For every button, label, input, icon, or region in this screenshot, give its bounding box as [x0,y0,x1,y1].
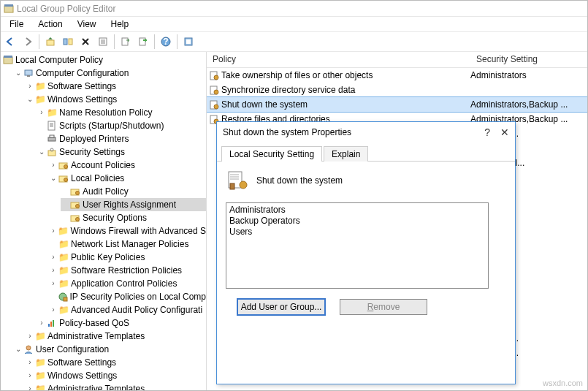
list-item[interactable]: Users [229,227,485,238]
tree-advanced-audit[interactable]: ›📁Advanced Audit Policy Configurati [49,303,206,316]
table-row[interactable]: Synchronize directory service data [207,83,587,97]
collapse-icon[interactable]: ⌄ [37,145,46,159]
tree-software-restriction[interactable]: ›📁Software Restriction Policies [49,264,206,277]
tree-user-software[interactable]: ›📁Software Settings [26,356,206,369]
tree-ip-security[interactable]: IP Security Policies on Local Comp [49,290,206,303]
expand-icon[interactable]: › [26,356,34,369]
expand-icon[interactable]: › [49,303,58,316]
policy-icon [2,54,14,66]
tree-admin-templates[interactable]: ›📁Administrative Templates [26,330,206,343]
policy-name: Take ownership of files or other objects [221,70,470,80]
tree-audit-policy[interactable]: Audit Policy [61,185,206,198]
folder-icon: 📁 [58,304,69,316]
tree-local-policies[interactable]: ⌄Local Policies [49,172,206,185]
script-icon [46,120,58,132]
expand-icon[interactable]: › [49,224,58,238]
add-user-button[interactable]: Add User or Group... [237,299,325,315]
settings-button[interactable] [180,34,196,50]
svg-point-43 [214,90,218,94]
collapse-icon[interactable]: ⌄ [49,172,58,185]
list-item[interactable]: Backup Operators [229,216,485,227]
tree-account-policies[interactable]: ›Account Policies [49,159,206,172]
policy-item-icon [207,85,221,95]
col-setting[interactable]: Security Setting [470,52,587,67]
forward-button[interactable] [20,34,36,50]
collapse-icon[interactable]: ⌄ [14,343,23,356]
tab-explain[interactable]: Explain [324,146,368,162]
expand-icon[interactable]: › [26,330,34,343]
collapse-icon[interactable]: ⌄ [14,67,23,80]
help-button[interactable]: ? [158,34,174,50]
folder-icon: 📁 [46,107,58,118]
up-button[interactable] [42,34,58,50]
col-policy[interactable]: Policy [207,52,470,67]
tree-user-admin-templates[interactable]: ›📁Administrative Templates [26,382,206,390]
expand-icon[interactable]: › [49,159,58,172]
user-icon [23,343,34,355]
collapse-icon[interactable]: ⌄ [26,93,34,106]
tree-firewall[interactable]: ›📁Windows Firewall with Advanced S [49,224,206,238]
tree-security-settings[interactable]: ⌄Security Settings [37,145,206,159]
show-hide-button[interactable] [60,34,76,50]
table-row[interactable]: Shut down the systemAdministrators,Backu… [207,97,587,112]
dialog-help-button[interactable]: ? [484,126,490,138]
computer-icon [23,67,34,79]
folder-icon: 📁 [34,80,46,92]
nav-tree[interactable]: Local Computer Policy ⌄ Computer Configu… [1,52,207,390]
tree-app-control[interactable]: ›📁Application Control Policies [49,277,206,290]
menu-view[interactable]: View [70,19,104,29]
tree-user-config[interactable]: ⌄User Configuration [14,343,206,356]
policy-setting: Administrators [470,70,587,80]
svg-rect-10 [140,38,145,45]
expand-icon[interactable]: › [49,251,58,264]
properties-button[interactable] [95,34,111,50]
expand-icon[interactable]: › [26,369,34,382]
dialog-title: Shut down the system Properties [223,127,351,137]
tree-name-resolution[interactable]: ›📁Name Resolution Policy [37,106,206,119]
tree-scripts[interactable]: Scripts (Startup/Shutdown) [37,119,206,132]
expand-icon[interactable]: › [26,80,34,93]
main-window: Local Group Policy Editor File Action Vi… [0,0,588,391]
menu-help[interactable]: Help [104,19,137,29]
policy-icon [226,169,249,192]
svg-point-33 [76,218,80,221]
svg-rect-20 [48,137,56,141]
members-list[interactable]: AdministratorsBackup OperatorsUsers [226,202,489,289]
tree-public-key[interactable]: ›📁Public Key Policies [49,251,206,264]
dialog-body: Shut down the system AdministratorsBacku… [217,162,515,322]
tree-security-options[interactable]: Security Options [61,211,206,224]
list-item[interactable]: Administrators [229,205,485,216]
tree-software-settings[interactable]: ›📁Software Settings [26,80,206,93]
dialog-close-button[interactable]: ✕ [500,126,509,138]
ipsec-icon [57,291,68,303]
delete-button[interactable] [77,34,93,50]
expand-icon[interactable]: › [26,382,34,390]
svg-rect-38 [53,320,54,327]
policy-heading: Shut down the system [256,175,343,186]
tree-deployed-printers[interactable]: Deployed Printers [37,132,206,145]
tree-computer-config[interactable]: ⌄ Computer Configuration [14,67,206,80]
back-button[interactable] [2,34,18,50]
tree-user-rights[interactable]: User Rights Assignment [61,198,206,211]
tree-user-windows[interactable]: ›📁Windows Settings [26,369,206,382]
list-header: Policy Security Setting [207,52,587,68]
menu-file[interactable]: File [2,19,31,29]
svg-point-29 [76,191,80,195]
folder-icon: 📁 [58,251,69,263]
expand-icon[interactable]: › [49,277,58,290]
remove-button[interactable]: Remove [340,299,427,315]
tree-root[interactable]: Local Computer Policy [2,53,206,67]
svg-point-25 [64,165,68,169]
tab-local-security[interactable]: Local Security Setting [221,146,322,162]
tree-network-list[interactable]: 📁Network List Manager Policies [49,238,206,251]
export-button[interactable] [118,34,134,50]
tree-windows-settings[interactable]: ⌄📁Windows Settings [26,93,206,106]
expand-icon[interactable]: › [37,316,46,330]
expand-icon[interactable]: › [49,264,58,277]
filter-button[interactable] [135,34,151,50]
menu-action[interactable]: Action [31,19,69,29]
tree-qos[interactable]: ›Policy-based QoS [37,316,206,330]
table-row[interactable]: Take ownership of files or other objects… [207,68,587,83]
expand-icon[interactable]: › [37,106,46,119]
folder-icon: 📁 [58,238,69,250]
